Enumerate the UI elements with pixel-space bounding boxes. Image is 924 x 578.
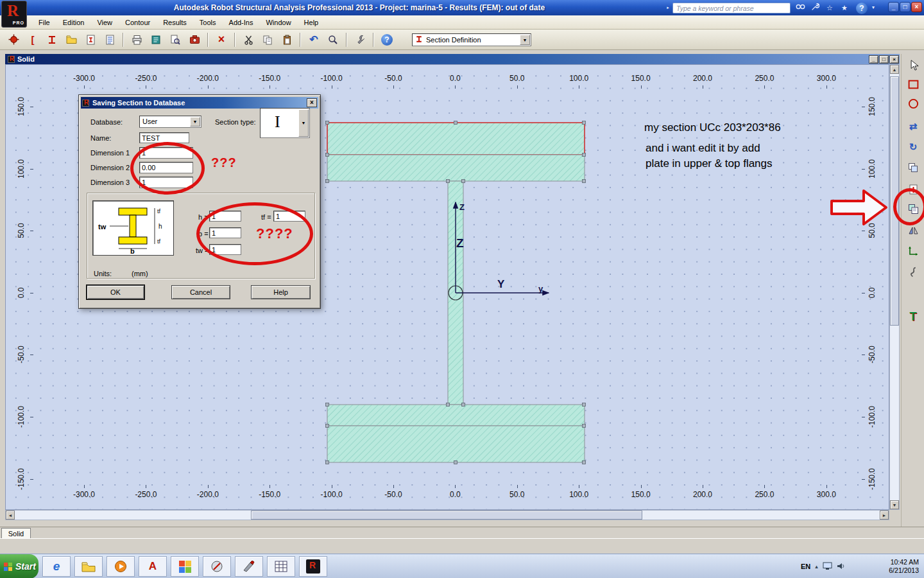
section-type-select[interactable]: I ▼ [260, 108, 310, 138]
mdi-window-titlebar[interactable]: R Solid _ □ × [5, 54, 900, 64]
ruler-label-right: -100.0 [868, 406, 877, 428]
quicklaunch-robot[interactable]: R [299, 556, 327, 577]
help-menu-arrow-icon[interactable]: ▼ [870, 3, 877, 13]
help-title-icon[interactable]: ? [856, 3, 868, 13]
menu-item-results[interactable]: Results [157, 17, 193, 28]
layout-selector[interactable]: Section Definition ▼ [412, 33, 531, 46]
layers-tool-icon[interactable] [905, 159, 921, 176]
section-profile-icon[interactable] [44, 31, 60, 48]
ruler-label-right: -50.0 [868, 346, 877, 363]
search-jump-icon[interactable]: ▸ [665, 3, 671, 13]
quicklaunch-mediaplayer[interactable] [107, 556, 135, 577]
node-tool-icon[interactable] [5, 31, 22, 48]
preferences-wrench-icon[interactable] [352, 31, 368, 48]
search-input[interactable] [672, 3, 791, 13]
start-button[interactable]: Start [0, 554, 38, 578]
system-tray: EN ▴ 10:42 AM 6/21/2013 [796, 554, 924, 578]
menu-item-edition[interactable]: Edition [56, 17, 91, 28]
quicklaunch-colors[interactable] [171, 556, 199, 577]
tab-solid[interactable]: Solid [1, 528, 31, 539]
dialog-titlebar[interactable]: R Saving Section to Database × [81, 97, 318, 109]
communication-center-icon[interactable] [809, 3, 821, 13]
axes-tool-icon[interactable] [905, 243, 921, 259]
rectangle-tool-icon[interactable] [905, 76, 921, 92]
cancel-button[interactable]: Cancel [171, 285, 230, 299]
added-top-plate[interactable] [327, 123, 585, 155]
horizontal-scroll-thumb[interactable] [251, 511, 642, 520]
paste-icon[interactable] [278, 31, 295, 48]
display-tray-icon[interactable] [823, 562, 832, 572]
app-titlebar[interactable]: Autodesk Robot Structural Analysis Profe… [0, 0, 924, 15]
layout-dropdown-icon[interactable]: ▼ [520, 35, 530, 45]
menu-item-contour[interactable]: Contour [119, 17, 157, 28]
menu-item-help[interactable]: Help [298, 17, 325, 28]
tray-expand-icon[interactable]: ▴ [815, 563, 818, 570]
main-toolbar: [ × [0, 30, 924, 50]
section-definition-doc-icon[interactable] [82, 31, 99, 48]
scroll-up-icon[interactable]: ▲ [890, 65, 899, 74]
rotate-tool-icon[interactable]: ↻ [905, 139, 921, 155]
top-flange[interactable] [327, 155, 585, 181]
help-button[interactable]: Help [251, 285, 311, 299]
scroll-left-icon[interactable]: ◄ [6, 511, 15, 520]
ruler-label-bottom: 200.0 [693, 490, 712, 499]
bottom-flange[interactable] [327, 405, 585, 426]
delete-icon[interactable]: × [213, 31, 230, 48]
database-select[interactable]: User ▼ [139, 116, 201, 128]
undo-icon[interactable]: ↶ [305, 31, 322, 48]
menu-item-file[interactable]: File [32, 17, 56, 28]
dialog-close-button[interactable]: × [307, 98, 317, 107]
maximize-button[interactable]: □ [900, 2, 911, 12]
screen-capture-icon[interactable] [186, 31, 203, 48]
mdi-restore-button[interactable]: □ [879, 55, 889, 64]
quicklaunch-autocad[interactable]: A [139, 556, 167, 577]
section-database-doc-icon[interactable] [101, 31, 118, 48]
database-dropdown-icon[interactable]: ▼ [190, 117, 200, 127]
mdi-minimize-button[interactable]: _ [869, 55, 878, 64]
cut-icon[interactable] [240, 31, 257, 48]
circle-tool-icon[interactable] [905, 95, 921, 112]
print-preview-icon[interactable] [167, 31, 184, 48]
volume-tray-icon[interactable] [837, 562, 845, 572]
quicklaunch-ie[interactable]: e [42, 556, 71, 577]
added-bottom-plate[interactable] [327, 426, 585, 462]
language-indicator[interactable]: EN [801, 563, 810, 570]
ruler-tick [826, 85, 827, 89]
spline-tool-icon[interactable] [905, 263, 921, 280]
quicklaunch-tool[interactable] [235, 556, 263, 577]
favorites-add-icon[interactable]: ☆ [824, 3, 835, 13]
text-tool-icon[interactable]: T [905, 308, 921, 325]
ruler-tick [862, 417, 865, 417]
search-icon[interactable] [794, 3, 806, 13]
quicklaunch-compass[interactable] [203, 556, 231, 577]
ruler-label-top: -300.0 [73, 74, 95, 83]
ruler-label-top: 250.0 [755, 74, 774, 83]
quicklaunch-folder[interactable] [74, 556, 103, 577]
ruler-label-top: 300.0 [817, 74, 836, 83]
menu-item-view[interactable]: View [90, 17, 119, 28]
close-button[interactable]: × [911, 2, 922, 12]
bracket-tool-icon[interactable]: [ [24, 31, 41, 48]
quicklaunch-spreadsheet[interactable] [267, 556, 295, 577]
minimize-button[interactable]: _ [888, 2, 899, 12]
ok-button[interactable]: OK [87, 285, 144, 299]
menu-item-addins[interactable]: Add-Ins [223, 17, 260, 28]
favorites-icon[interactable]: ★ [839, 3, 850, 13]
zoom-icon[interactable] [325, 31, 341, 48]
scroll-right-icon[interactable]: ► [880, 511, 889, 520]
pointer-tool-icon[interactable] [905, 57, 921, 73]
copy-icon[interactable] [259, 31, 276, 48]
vertical-scrollbar[interactable]: ▲ ▼ [889, 64, 900, 510]
menu-item-window[interactable]: Window [259, 17, 297, 28]
section-type-dropdown-icon[interactable]: ▼ [298, 109, 309, 137]
menu-item-tools[interactable]: Tools [193, 17, 223, 28]
open-file-icon[interactable] [63, 31, 80, 48]
horizontal-scrollbar[interactable]: ◄ ► [5, 510, 889, 520]
move-tool-icon[interactable]: ⇄ [905, 118, 921, 135]
help-icon[interactable]: ? [379, 31, 395, 48]
print-icon[interactable] [128, 31, 145, 48]
ruler-tick [764, 85, 765, 89]
report-icon[interactable] [148, 31, 164, 48]
scroll-down-icon[interactable]: ▼ [890, 500, 899, 509]
mdi-close-button[interactable]: × [889, 55, 899, 64]
